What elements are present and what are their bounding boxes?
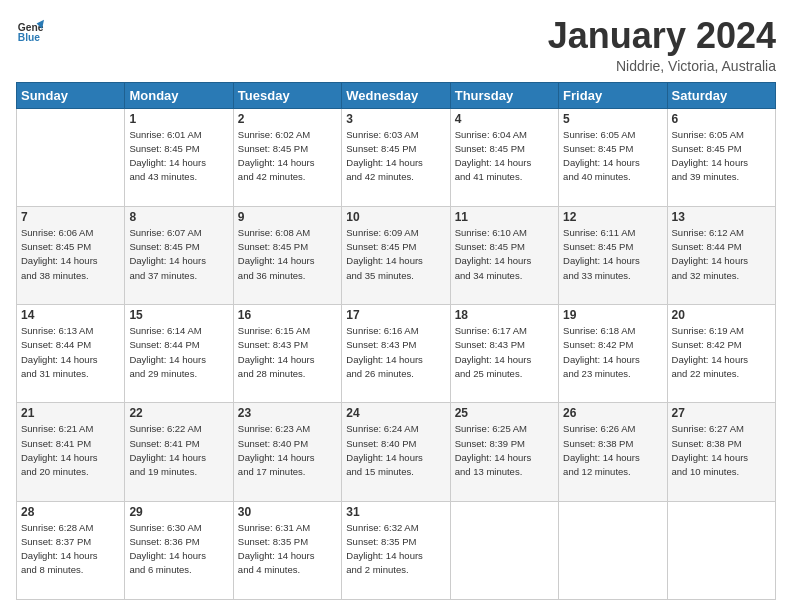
table-row: 26Sunrise: 6:26 AMSunset: 8:38 PMDayligh…	[559, 403, 667, 501]
day-info-line: Sunset: 8:43 PM	[346, 338, 445, 352]
day-info-line: and 37 minutes.	[129, 269, 228, 283]
day-info-line: Daylight: 14 hours	[346, 254, 445, 268]
day-info: Sunrise: 6:02 AMSunset: 8:45 PMDaylight:…	[238, 128, 337, 185]
day-number: 14	[21, 308, 120, 322]
calendar-week-row: 1Sunrise: 6:01 AMSunset: 8:45 PMDaylight…	[17, 108, 776, 206]
table-row: 25Sunrise: 6:25 AMSunset: 8:39 PMDayligh…	[450, 403, 558, 501]
day-info-line: and 22 minutes.	[672, 367, 771, 381]
calendar-header-row: Sunday Monday Tuesday Wednesday Thursday…	[17, 82, 776, 108]
day-number: 8	[129, 210, 228, 224]
day-number: 22	[129, 406, 228, 420]
table-row: 29Sunrise: 6:30 AMSunset: 8:36 PMDayligh…	[125, 501, 233, 599]
day-number: 13	[672, 210, 771, 224]
day-info-line: Sunrise: 6:09 AM	[346, 226, 445, 240]
day-number: 30	[238, 505, 337, 519]
day-info-line: and 42 minutes.	[238, 170, 337, 184]
day-info-line: Sunrise: 6:01 AM	[129, 128, 228, 142]
day-info-line: and 35 minutes.	[346, 269, 445, 283]
day-info: Sunrise: 6:27 AMSunset: 8:38 PMDaylight:…	[672, 422, 771, 479]
location: Niddrie, Victoria, Australia	[548, 58, 776, 74]
day-info-line: and 36 minutes.	[238, 269, 337, 283]
day-info-line: Sunrise: 6:15 AM	[238, 324, 337, 338]
day-info-line: Sunset: 8:45 PM	[129, 142, 228, 156]
day-info: Sunrise: 6:16 AMSunset: 8:43 PMDaylight:…	[346, 324, 445, 381]
day-info-line: Sunset: 8:45 PM	[346, 240, 445, 254]
table-row: 24Sunrise: 6:24 AMSunset: 8:40 PMDayligh…	[342, 403, 450, 501]
day-info-line: Sunrise: 6:08 AM	[238, 226, 337, 240]
day-info-line: Sunrise: 6:12 AM	[672, 226, 771, 240]
day-info-line: and 4 minutes.	[238, 563, 337, 577]
day-info-line: Sunset: 8:41 PM	[21, 437, 120, 451]
header-saturday: Saturday	[667, 82, 775, 108]
day-number: 3	[346, 112, 445, 126]
day-info: Sunrise: 6:17 AMSunset: 8:43 PMDaylight:…	[455, 324, 554, 381]
table-row: 10Sunrise: 6:09 AMSunset: 8:45 PMDayligh…	[342, 206, 450, 304]
day-info-line: and 40 minutes.	[563, 170, 662, 184]
day-info: Sunrise: 6:10 AMSunset: 8:45 PMDaylight:…	[455, 226, 554, 283]
day-info-line: Sunrise: 6:28 AM	[21, 521, 120, 535]
day-info-line: Sunrise: 6:23 AM	[238, 422, 337, 436]
svg-text:Blue: Blue	[18, 32, 41, 43]
day-info-line: Daylight: 14 hours	[672, 353, 771, 367]
day-info: Sunrise: 6:01 AMSunset: 8:45 PMDaylight:…	[129, 128, 228, 185]
day-info-line: Sunset: 8:35 PM	[346, 535, 445, 549]
page: General Blue January 2024 Niddrie, Victo…	[0, 0, 792, 612]
day-info-line: and 6 minutes.	[129, 563, 228, 577]
day-info-line: Daylight: 14 hours	[129, 451, 228, 465]
header-friday: Friday	[559, 82, 667, 108]
day-info-line: Sunset: 8:45 PM	[455, 240, 554, 254]
table-row: 23Sunrise: 6:23 AMSunset: 8:40 PMDayligh…	[233, 403, 341, 501]
day-info-line: and 33 minutes.	[563, 269, 662, 283]
header-thursday: Thursday	[450, 82, 558, 108]
day-info-line: Daylight: 14 hours	[563, 353, 662, 367]
table-row: 7Sunrise: 6:06 AMSunset: 8:45 PMDaylight…	[17, 206, 125, 304]
day-info-line: and 13 minutes.	[455, 465, 554, 479]
day-info: Sunrise: 6:26 AMSunset: 8:38 PMDaylight:…	[563, 422, 662, 479]
day-info-line: Sunset: 8:45 PM	[21, 240, 120, 254]
day-info-line: and 23 minutes.	[563, 367, 662, 381]
day-info-line: Sunset: 8:43 PM	[238, 338, 337, 352]
day-number: 21	[21, 406, 120, 420]
table-row: 1Sunrise: 6:01 AMSunset: 8:45 PMDaylight…	[125, 108, 233, 206]
table-row: 22Sunrise: 6:22 AMSunset: 8:41 PMDayligh…	[125, 403, 233, 501]
day-info: Sunrise: 6:05 AMSunset: 8:45 PMDaylight:…	[672, 128, 771, 185]
table-row: 14Sunrise: 6:13 AMSunset: 8:44 PMDayligh…	[17, 305, 125, 403]
day-info: Sunrise: 6:09 AMSunset: 8:45 PMDaylight:…	[346, 226, 445, 283]
day-number: 24	[346, 406, 445, 420]
day-number: 10	[346, 210, 445, 224]
day-info-line: Daylight: 14 hours	[346, 353, 445, 367]
table-row	[17, 108, 125, 206]
day-number: 16	[238, 308, 337, 322]
calendar-week-row: 14Sunrise: 6:13 AMSunset: 8:44 PMDayligh…	[17, 305, 776, 403]
day-info-line: Sunset: 8:37 PM	[21, 535, 120, 549]
day-info-line: and 15 minutes.	[346, 465, 445, 479]
day-info-line: Sunset: 8:45 PM	[455, 142, 554, 156]
day-info-line: Sunset: 8:38 PM	[672, 437, 771, 451]
header-tuesday: Tuesday	[233, 82, 341, 108]
day-number: 12	[563, 210, 662, 224]
day-info-line: Sunrise: 6:10 AM	[455, 226, 554, 240]
header: General Blue January 2024 Niddrie, Victo…	[16, 16, 776, 74]
table-row: 20Sunrise: 6:19 AMSunset: 8:42 PMDayligh…	[667, 305, 775, 403]
day-info-line: Sunrise: 6:11 AM	[563, 226, 662, 240]
day-number: 29	[129, 505, 228, 519]
day-info-line: Sunrise: 6:19 AM	[672, 324, 771, 338]
day-info-line: and 25 minutes.	[455, 367, 554, 381]
day-info-line: Daylight: 14 hours	[563, 156, 662, 170]
day-info-line: and 26 minutes.	[346, 367, 445, 381]
calendar-week-row: 7Sunrise: 6:06 AMSunset: 8:45 PMDaylight…	[17, 206, 776, 304]
day-info-line: Sunrise: 6:18 AM	[563, 324, 662, 338]
day-info-line: Sunrise: 6:02 AM	[238, 128, 337, 142]
day-info-line: and 29 minutes.	[129, 367, 228, 381]
table-row: 27Sunrise: 6:27 AMSunset: 8:38 PMDayligh…	[667, 403, 775, 501]
day-info-line: Sunset: 8:41 PM	[129, 437, 228, 451]
day-info-line: and 42 minutes.	[346, 170, 445, 184]
day-number: 2	[238, 112, 337, 126]
day-info-line: Sunset: 8:39 PM	[455, 437, 554, 451]
table-row: 12Sunrise: 6:11 AMSunset: 8:45 PMDayligh…	[559, 206, 667, 304]
day-info-line: Sunset: 8:45 PM	[346, 142, 445, 156]
day-info-line: Daylight: 14 hours	[455, 254, 554, 268]
logo-icon: General Blue	[16, 16, 44, 44]
day-info: Sunrise: 6:19 AMSunset: 8:42 PMDaylight:…	[672, 324, 771, 381]
day-info-line: Daylight: 14 hours	[238, 549, 337, 563]
